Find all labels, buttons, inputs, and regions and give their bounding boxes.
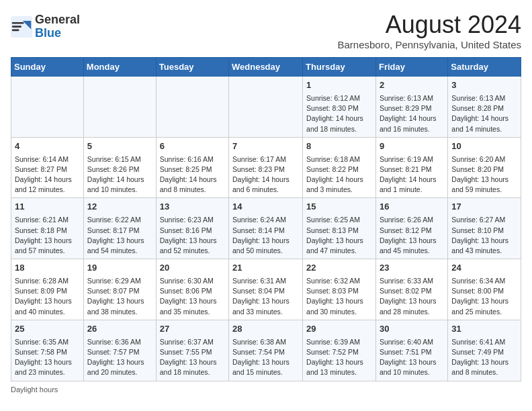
calendar-cell: 14Sunrise: 6:24 AM Sunset: 8:14 PM Dayli… bbox=[229, 198, 303, 259]
day-number: 20 bbox=[160, 262, 225, 275]
calendar-cell: 16Sunrise: 6:26 AM Sunset: 8:12 PM Dayli… bbox=[375, 198, 447, 259]
calendar-cell: 26Sunrise: 6:36 AM Sunset: 7:57 PM Dayli… bbox=[83, 320, 156, 381]
svg-rect-4 bbox=[12, 29, 19, 31]
day-number: 27 bbox=[160, 323, 225, 336]
main-title: August 2024 bbox=[338, 11, 522, 39]
day-number: 7 bbox=[232, 140, 299, 153]
day-info: Sunrise: 6:19 AM Sunset: 8:21 PM Dayligh… bbox=[380, 154, 444, 195]
calendar-header-row: SundayMondayTuesdayWednesdayThursdayFrid… bbox=[11, 58, 521, 77]
calendar-cell: 17Sunrise: 6:27 AM Sunset: 8:10 PM Dayli… bbox=[448, 198, 521, 259]
day-number: 21 bbox=[232, 262, 299, 275]
calendar-header-wednesday: Wednesday bbox=[229, 58, 303, 77]
calendar-cell: 10Sunrise: 6:20 AM Sunset: 8:20 PM Dayli… bbox=[448, 137, 521, 198]
page-header: General Blue August 2024 Barnesboro, Pen… bbox=[11, 11, 521, 50]
calendar-cell: 27Sunrise: 6:37 AM Sunset: 7:55 PM Dayli… bbox=[156, 320, 228, 381]
calendar-cell: 9Sunrise: 6:19 AM Sunset: 8:21 PM Daylig… bbox=[375, 137, 447, 198]
day-info: Sunrise: 6:31 AM Sunset: 8:04 PM Dayligh… bbox=[232, 276, 299, 317]
day-number: 6 bbox=[160, 140, 225, 153]
calendar-header-saturday: Saturday bbox=[448, 58, 521, 77]
day-info: Sunrise: 6:21 AM Sunset: 8:18 PM Dayligh… bbox=[15, 215, 80, 256]
day-number: 23 bbox=[380, 262, 444, 275]
day-info: Sunrise: 6:13 AM Sunset: 8:28 PM Dayligh… bbox=[451, 93, 517, 134]
footer-note: Daylight hours bbox=[11, 385, 521, 394]
calendar-header-friday: Friday bbox=[375, 58, 447, 77]
day-number: 14 bbox=[232, 201, 299, 214]
day-number: 8 bbox=[306, 140, 372, 153]
logo-blue: Blue bbox=[35, 27, 80, 40]
day-info: Sunrise: 6:16 AM Sunset: 8:25 PM Dayligh… bbox=[160, 154, 225, 195]
day-number: 25 bbox=[15, 323, 80, 336]
day-info: Sunrise: 6:23 AM Sunset: 8:16 PM Dayligh… bbox=[160, 215, 225, 256]
day-info: Sunrise: 6:15 AM Sunset: 8:26 PM Dayligh… bbox=[87, 154, 152, 195]
svg-rect-2 bbox=[12, 22, 24, 24]
day-info: Sunrise: 6:18 AM Sunset: 8:22 PM Dayligh… bbox=[306, 154, 372, 195]
day-number: 31 bbox=[451, 323, 517, 336]
day-number: 26 bbox=[87, 323, 152, 336]
calendar-cell bbox=[11, 77, 84, 138]
day-info: Sunrise: 6:40 AM Sunset: 7:51 PM Dayligh… bbox=[380, 337, 444, 378]
svg-rect-3 bbox=[12, 26, 21, 28]
calendar-cell: 18Sunrise: 6:28 AM Sunset: 8:09 PM Dayli… bbox=[11, 259, 84, 320]
day-info: Sunrise: 6:28 AM Sunset: 8:09 PM Dayligh… bbox=[15, 276, 80, 317]
day-info: Sunrise: 6:30 AM Sunset: 8:06 PM Dayligh… bbox=[160, 276, 225, 317]
calendar-cell: 25Sunrise: 6:35 AM Sunset: 7:58 PM Dayli… bbox=[11, 320, 84, 381]
calendar-cell: 29Sunrise: 6:39 AM Sunset: 7:52 PM Dayli… bbox=[303, 320, 376, 381]
day-number: 1 bbox=[306, 79, 372, 92]
calendar-cell: 2Sunrise: 6:13 AM Sunset: 8:29 PM Daylig… bbox=[375, 77, 447, 138]
day-info: Sunrise: 6:20 AM Sunset: 8:20 PM Dayligh… bbox=[451, 154, 517, 195]
day-number: 2 bbox=[380, 79, 444, 92]
day-info: Sunrise: 6:25 AM Sunset: 8:13 PM Dayligh… bbox=[306, 215, 372, 256]
calendar-cell: 4Sunrise: 6:14 AM Sunset: 8:27 PM Daylig… bbox=[11, 137, 84, 198]
day-number: 13 bbox=[160, 201, 225, 214]
day-info: Sunrise: 6:32 AM Sunset: 8:03 PM Dayligh… bbox=[306, 276, 372, 317]
day-number: 12 bbox=[87, 201, 152, 214]
calendar-header-monday: Monday bbox=[83, 58, 156, 77]
calendar-cell: 12Sunrise: 6:22 AM Sunset: 8:17 PM Dayli… bbox=[83, 198, 156, 259]
calendar-cell: 6Sunrise: 6:16 AM Sunset: 8:25 PM Daylig… bbox=[156, 137, 228, 198]
calendar-cell: 23Sunrise: 6:33 AM Sunset: 8:02 PM Dayli… bbox=[375, 259, 447, 320]
calendar-week-row: 11Sunrise: 6:21 AM Sunset: 8:18 PM Dayli… bbox=[11, 198, 521, 259]
day-number: 19 bbox=[87, 262, 152, 275]
day-number: 29 bbox=[306, 323, 372, 336]
day-number: 24 bbox=[451, 262, 517, 275]
calendar-cell: 11Sunrise: 6:21 AM Sunset: 8:18 PM Dayli… bbox=[11, 198, 84, 259]
calendar-week-row: 4Sunrise: 6:14 AM Sunset: 8:27 PM Daylig… bbox=[11, 137, 521, 198]
day-info: Sunrise: 6:12 AM Sunset: 8:30 PM Dayligh… bbox=[306, 93, 372, 134]
calendar-cell: 7Sunrise: 6:17 AM Sunset: 8:23 PM Daylig… bbox=[229, 137, 303, 198]
day-number: 18 bbox=[15, 262, 80, 275]
day-info: Sunrise: 6:13 AM Sunset: 8:29 PM Dayligh… bbox=[380, 93, 444, 134]
day-info: Sunrise: 6:33 AM Sunset: 8:02 PM Dayligh… bbox=[380, 276, 444, 317]
day-info: Sunrise: 6:39 AM Sunset: 7:52 PM Dayligh… bbox=[306, 337, 372, 378]
title-area: August 2024 Barnesboro, Pennsylvania, Un… bbox=[338, 11, 522, 50]
day-info: Sunrise: 6:36 AM Sunset: 7:57 PM Dayligh… bbox=[87, 337, 152, 378]
logo-general: General bbox=[35, 13, 80, 27]
calendar-cell: 30Sunrise: 6:40 AM Sunset: 7:51 PM Dayli… bbox=[375, 320, 447, 381]
logo-text: General Blue bbox=[35, 13, 80, 40]
day-number: 3 bbox=[451, 79, 517, 92]
day-info: Sunrise: 6:35 AM Sunset: 7:58 PM Dayligh… bbox=[15, 337, 80, 378]
day-info: Sunrise: 6:14 AM Sunset: 8:27 PM Dayligh… bbox=[15, 154, 80, 195]
day-info: Sunrise: 6:22 AM Sunset: 8:17 PM Dayligh… bbox=[87, 215, 152, 256]
day-number: 28 bbox=[232, 323, 299, 336]
calendar-header-tuesday: Tuesday bbox=[156, 58, 228, 77]
subtitle: Barnesboro, Pennsylvania, United States bbox=[338, 39, 522, 50]
day-info: Sunrise: 6:38 AM Sunset: 7:54 PM Dayligh… bbox=[232, 337, 299, 378]
calendar-header-thursday: Thursday bbox=[303, 58, 376, 77]
calendar-week-row: 25Sunrise: 6:35 AM Sunset: 7:58 PM Dayli… bbox=[11, 320, 521, 381]
calendar-cell: 5Sunrise: 6:15 AM Sunset: 8:26 PM Daylig… bbox=[83, 137, 156, 198]
calendar-cell: 1Sunrise: 6:12 AM Sunset: 8:30 PM Daylig… bbox=[303, 77, 376, 138]
calendar-cell bbox=[156, 77, 228, 138]
day-number: 15 bbox=[306, 201, 372, 214]
calendar-cell: 13Sunrise: 6:23 AM Sunset: 8:16 PM Dayli… bbox=[156, 198, 228, 259]
day-info: Sunrise: 6:27 AM Sunset: 8:10 PM Dayligh… bbox=[451, 215, 517, 256]
calendar-cell: 24Sunrise: 6:34 AM Sunset: 8:00 PM Dayli… bbox=[448, 259, 521, 320]
day-number: 11 bbox=[15, 201, 80, 214]
logo: General Blue bbox=[11, 13, 80, 40]
day-info: Sunrise: 6:17 AM Sunset: 8:23 PM Dayligh… bbox=[232, 154, 299, 195]
day-number: 22 bbox=[306, 262, 372, 275]
day-info: Sunrise: 6:29 AM Sunset: 8:07 PM Dayligh… bbox=[87, 276, 152, 317]
calendar-cell: 3Sunrise: 6:13 AM Sunset: 8:28 PM Daylig… bbox=[448, 77, 521, 138]
day-number: 4 bbox=[15, 140, 80, 153]
day-number: 30 bbox=[380, 323, 444, 336]
calendar-cell: 22Sunrise: 6:32 AM Sunset: 8:03 PM Dayli… bbox=[303, 259, 376, 320]
